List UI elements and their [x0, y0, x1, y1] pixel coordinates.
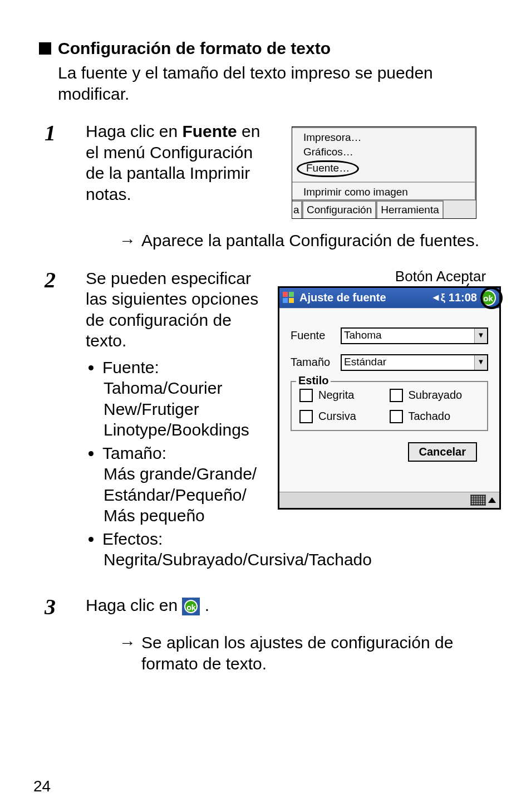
- up-triangle-icon[interactable]: [488, 497, 496, 503]
- size-combobox[interactable]: Estándar ▼: [341, 354, 488, 371]
- check-label-italic: Cursiva: [318, 410, 356, 423]
- font-dialog-screenshot: Ajuste de fuente ◄ξ 11:08 ok: [278, 286, 501, 510]
- step-3-result: Se aplican los ajustes de configuración …: [141, 632, 498, 674]
- checkbox-underline[interactable]: [390, 389, 403, 402]
- step-1-text-bold: Fuente: [182, 122, 237, 140]
- bullet-font-body: Tahoma/Courier New/Frutiger Linotype/Boo…: [104, 378, 261, 441]
- label-size: Tamaño: [291, 356, 341, 369]
- step-2-text: Se pueden especificar las siguientes opc…: [86, 268, 261, 351]
- cancel-button[interactable]: Cancelar: [408, 442, 478, 462]
- check-label-bold: Negrita: [318, 389, 354, 402]
- menu-item-print-as-image[interactable]: Imprimir como imagen: [292, 185, 475, 199]
- step-1-number: 1: [33, 121, 86, 144]
- menu-separator: [292, 182, 475, 183]
- bullet-font-label: Fuente:: [102, 358, 159, 376]
- bullet-size-body: Más grande/Grande/ Estándar/Pequeño/ Más…: [104, 463, 261, 526]
- check-label-underline: Subrayado: [409, 389, 463, 402]
- label-font: Fuente: [291, 329, 341, 342]
- config-menu-screenshot: Impresora… Gráficos… Fuente… Imprimir co…: [292, 126, 476, 219]
- checkbox-bold[interactable]: [299, 389, 313, 402]
- bullet-effects-label: Efectos:: [102, 530, 163, 548]
- font-combobox-value: Tahoma: [342, 329, 474, 343]
- bullet-size-label: Tamaño:: [102, 444, 166, 462]
- result-arrow-icon: →: [119, 632, 136, 653]
- step-3-number: 3: [33, 595, 86, 618]
- menu-tab-config[interactable]: Configuración: [302, 200, 376, 218]
- menu-item-font-highlighted[interactable]: Fuente…: [297, 160, 359, 177]
- menu-item-graphics[interactable]: Gráficos…: [292, 145, 475, 159]
- style-group-title: Estilo: [296, 374, 331, 387]
- ok-button-annotation: Botón Aceptar: [278, 268, 498, 285]
- section-bullet-icon: [39, 42, 51, 55]
- section-heading: Configuración de formato de texto: [58, 39, 331, 58]
- combobox-arrow-icon[interactable]: ▼: [474, 355, 487, 370]
- size-combobox-value: Estándar: [342, 355, 474, 370]
- step-3-text-suffix: .: [205, 596, 209, 614]
- page-number: 24: [33, 777, 51, 795]
- checkbox-strike[interactable]: [390, 410, 403, 423]
- keyboard-icon[interactable]: [470, 495, 486, 506]
- menu-item-printer[interactable]: Impresora…: [292, 130, 475, 145]
- menu-tab-stub: a: [292, 200, 302, 218]
- volume-icon: ◄ξ: [431, 292, 445, 304]
- bullet-effects-body: Negrita/Subrayado/Cursiva/Tachado: [104, 549, 498, 570]
- result-arrow-icon: →: [119, 230, 136, 251]
- step-1-text-prefix: Haga clic en: [86, 122, 182, 140]
- checkbox-italic[interactable]: [299, 410, 313, 423]
- ok-icon-inline: ok: [182, 598, 200, 615]
- windows-flag-icon: [283, 292, 295, 304]
- dialog-title: Ajuste de fuente: [299, 291, 386, 304]
- section-intro: La fuente y el tamaño del texto impreso …: [58, 62, 498, 104]
- dialog-time: 11:08: [449, 291, 477, 304]
- combobox-arrow-icon[interactable]: ▼: [474, 329, 487, 343]
- step-3-text-prefix: Haga clic en: [86, 596, 182, 614]
- style-groupbox: Estilo Negrita: [291, 381, 488, 431]
- ok-button-highlight-ring: [480, 287, 503, 309]
- menu-tab-tool[interactable]: Herramienta: [376, 200, 444, 218]
- step-2-number: 2: [33, 268, 86, 291]
- check-label-strike: Tachado: [409, 410, 451, 423]
- font-combobox[interactable]: Tahoma ▼: [341, 327, 488, 344]
- step-1-result: Aparece la pantalla Configuración de fue…: [141, 230, 479, 251]
